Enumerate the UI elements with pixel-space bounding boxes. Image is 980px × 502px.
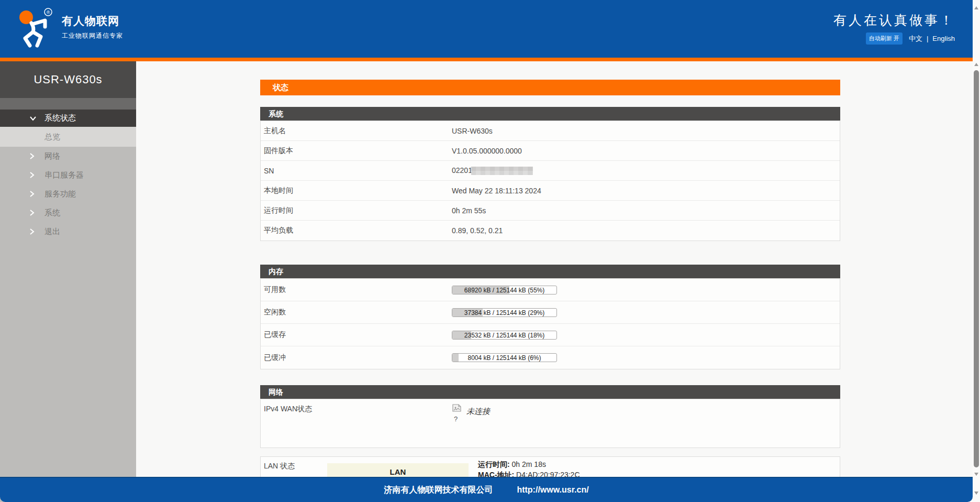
- table-row: 已缓冲 8004 kB / 125144 kB (6%): [261, 346, 840, 369]
- table-row: 已缓存 23532 kB / 125144 kB (18%): [261, 324, 840, 346]
- uptime-value: 0h 2m 55s: [452, 206, 486, 215]
- sidebar-item-system[interactable]: 系统: [0, 203, 136, 222]
- sidebar-item-network[interactable]: 网络: [0, 147, 136, 166]
- lang-english[interactable]: English: [932, 35, 955, 42]
- chevron-right-icon: [29, 152, 37, 160]
- chevron-right-icon: [29, 209, 37, 216]
- chevron-right-icon: [29, 171, 37, 179]
- vertical-scrollbar: [973, 0, 980, 502]
- usr-logo-icon: ®: [14, 5, 59, 51]
- brand-subtitle: 工业物联网通信专家: [62, 31, 123, 40]
- memory-available-bar: 68920 kB / 125144 kB (55%): [452, 286, 557, 294]
- load-average-value: 0.89, 0.52, 0.21: [452, 226, 503, 235]
- firmware-version-value: V1.0.05.000000.0000: [452, 147, 522, 155]
- device-title: USR-W630s: [0, 61, 136, 98]
- sidebar-item-serial-server[interactable]: 串口服务器: [0, 166, 136, 184]
- hostname-value: USR-W630s: [452, 127, 493, 135]
- local-time-value: Wed May 22 18:11:13 2024: [452, 187, 541, 195]
- page-title: 状态: [260, 80, 840, 95]
- header-slogan: 有人在认真做事！: [833, 12, 955, 29]
- footer-url-link[interactable]: http://www.usr.cn/: [517, 485, 588, 495]
- top-header: ® 有人物联网 工业物联网通信专家 有人在认真做事！ 自动刷新 开 中文 | E…: [0, 0, 973, 58]
- table-row: 运行时间 0h 2m 55s: [261, 201, 840, 221]
- memory-table: 可用数 68920 kB / 125144 kB (55%) 空闲数 37384…: [260, 278, 840, 369]
- auto-refresh-toggle[interactable]: 自动刷新 开: [866, 32, 903, 45]
- registered-mark: ®: [47, 10, 50, 15]
- broken-image-icon: [452, 403, 462, 413]
- sidebar-item-logout[interactable]: 退出: [0, 222, 136, 241]
- section-header-memory: 内存: [260, 265, 840, 278]
- sidebar: USR-W630s 系统状态 总览 网络 串口服务器 服务功能 系统: [0, 61, 136, 502]
- header-controls: 自动刷新 开 中文 | English: [866, 32, 955, 45]
- section-header-network: 网络: [260, 385, 840, 399]
- chevron-right-icon: [29, 228, 37, 235]
- sidebar-separator: [0, 98, 136, 110]
- memory-buffered-bar: 8004 kB / 125144 kB (6%): [452, 353, 557, 362]
- lan-info: 运行时间: 0h 2m 18s MAC-地址: D4:AD:20:97:23:2…: [478, 459, 580, 477]
- lang-chinese[interactable]: 中文: [909, 34, 922, 43]
- table-row: SN 02201: [261, 161, 840, 181]
- orange-accent-bar: [0, 58, 973, 61]
- main-content: 状态 系统 主机名 USR-W630s 固件版本 V1.0.05.000000.…: [136, 61, 973, 477]
- table-row: 本地时间 Wed May 22 18:11:13 2024: [261, 181, 840, 201]
- table-row: 空闲数 37384 kB / 125144 kB (29%): [261, 301, 840, 324]
- memory-free-bar: 37384 kB / 125144 kB (29%): [452, 308, 557, 317]
- chevron-down-icon: [29, 116, 37, 121]
- chevron-right-icon: [29, 190, 37, 198]
- lan-mac-line: MAC-地址: D4:AD:20:97:23:2C: [478, 470, 580, 477]
- lan-status-row: LAN 状态 LAN 运行时间: 0h 2m 18s MAC-地址: D4:AD…: [260, 456, 840, 477]
- language-switcher: 中文 | English: [909, 34, 955, 43]
- scroll-down-arrow-icon[interactable]: [974, 492, 978, 495]
- sn-value: 02201: [452, 166, 533, 175]
- wan-disconnected-text: 未连接: [466, 407, 490, 417]
- table-row: 固件版本 V1.0.05.000000.0000: [261, 141, 840, 161]
- memory-cached-bar: 23532 kB / 125144 kB (18%): [452, 331, 557, 340]
- table-row: 主机名 USR-W630s: [261, 121, 840, 141]
- lang-separator: |: [927, 35, 928, 42]
- table-row: 可用数 68920 kB / 125144 kB (55%): [261, 279, 840, 301]
- page-footer: 济南有人物联网技术有限公司 http://www.usr.cn/: [0, 477, 973, 502]
- lan-uptime-line: 运行时间: 0h 2m 18s: [478, 459, 580, 470]
- scroll-up-arrow-icon[interactable]: [974, 6, 978, 9]
- section-header-system: 系统: [260, 107, 840, 121]
- scroll-up-arrow-icon[interactable]: [974, 63, 978, 66]
- sidebar-item-service-function[interactable]: 服务功能: [0, 184, 136, 203]
- table-row: 平均负载 0.89, 0.52, 0.21: [261, 221, 840, 241]
- footer-company: 济南有人物联网技术有限公司: [384, 485, 493, 496]
- scroll-down-arrow-icon[interactable]: [974, 473, 978, 476]
- sidebar-item-system-status[interactable]: 系统状态: [0, 110, 136, 127]
- sidebar-item-overview[interactable]: 总览: [0, 127, 136, 147]
- broken-image-alt: ?: [454, 415, 458, 423]
- brand-name: 有人物联网: [62, 14, 119, 28]
- wan-status-row: IPv4 WAN状态 ? 未连接: [260, 399, 840, 448]
- system-table: 主机名 USR-W630s 固件版本 V1.0.05.000000.0000 S…: [260, 121, 840, 241]
- sn-redaction-blur: [471, 167, 533, 175]
- scrollbar-thumb[interactable]: [974, 70, 979, 467]
- lan-interface-badge: LAN: [327, 463, 469, 477]
